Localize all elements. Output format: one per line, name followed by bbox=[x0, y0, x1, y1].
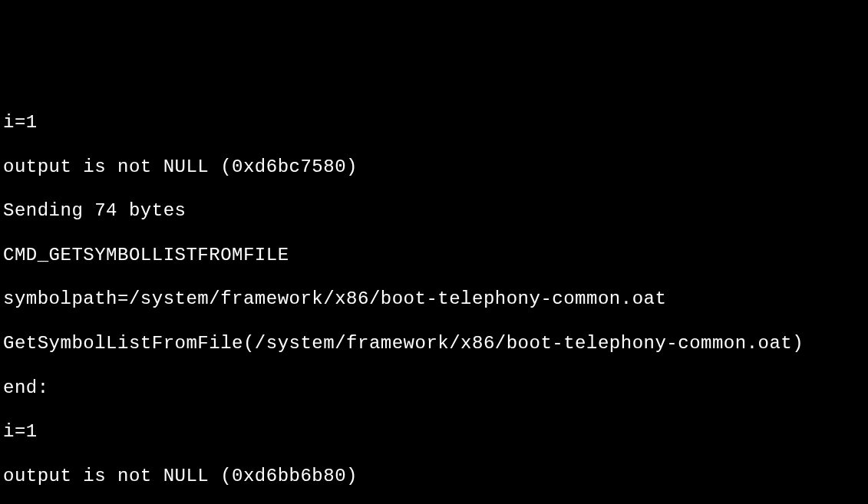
terminal-line: i=1 bbox=[3, 421, 865, 443]
terminal-line: GetSymbolListFromFile(/system/framework/… bbox=[3, 333, 865, 355]
terminal-output: i=1 output is not NULL (0xd6bc7580) Send… bbox=[3, 90, 865, 504]
terminal-line: i=1 bbox=[3, 112, 865, 134]
terminal-line: symbolpath=/system/framework/x86/boot-te… bbox=[3, 288, 865, 311]
terminal-line: Sending 74 bytes bbox=[3, 200, 865, 222]
terminal-line: CMD_GETSYMBOLLISTFROMFILE bbox=[3, 245, 865, 267]
terminal-line: output is not NULL (0xd6bb6b80) bbox=[3, 466, 865, 488]
terminal-line: end: bbox=[3, 377, 865, 400]
terminal-line: output is not NULL (0xd6bc7580) bbox=[3, 156, 865, 179]
